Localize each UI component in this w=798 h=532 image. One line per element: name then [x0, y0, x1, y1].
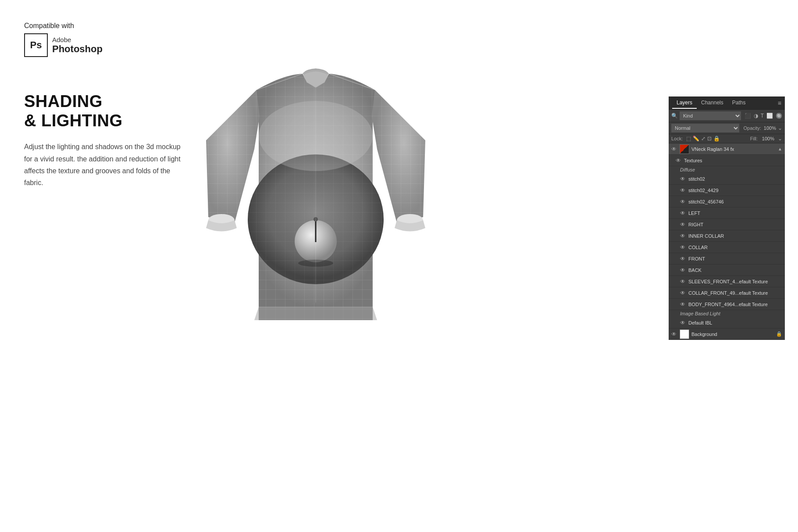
section-label-ibl: Image Based Light	[669, 310, 785, 317]
lock-fill-row: Lock: ⬚ ✏️ ⤢ ⊡ 🔒 Fill: 100% ⌄	[669, 134, 785, 143]
layer-thumbnail	[680, 329, 689, 339]
panel-search-row: 🔍 Kind ⬛ ◑ T ⬜ 🔘	[669, 110, 785, 122]
layer-name: Background	[691, 332, 774, 337]
lock-label: Lock:	[671, 136, 683, 141]
search-icon: 🔍	[671, 113, 678, 119]
eye-icon[interactable]: 👁	[680, 290, 686, 296]
eye-icon[interactable]: 👁	[680, 244, 686, 250]
lock-icons-group: ⬚ ✏️ ⤢ ⊡ 🔒	[686, 136, 720, 142]
lock-lock-icon[interactable]: 🔒	[713, 136, 720, 142]
section-label: Diffuse	[669, 166, 785, 173]
layer-name: stitch02	[688, 176, 782, 182]
opacity-label: Opacity:	[744, 125, 761, 131]
eye-icon[interactable]: 👁	[680, 176, 686, 182]
fill-value: 100%	[762, 136, 774, 141]
layer-item[interactable]: 👁 BACK	[669, 264, 785, 276]
ps-icon: Ps	[24, 33, 48, 57]
layer-name: Default IBL	[688, 320, 782, 325]
collapse-arrow-icon[interactable]: ▲	[778, 146, 782, 151]
opacity-chevron-icon[interactable]: ⌄	[778, 125, 782, 131]
layer-name: BODY_FRONT_4964...efault Texture	[688, 302, 782, 307]
background-lock-icon: 🔒	[776, 331, 782, 337]
lock-position-icon[interactable]: ✏️	[693, 136, 699, 142]
lock-pixels-icon[interactable]: ⬚	[686, 136, 691, 142]
layer-item-background[interactable]: 👁 Background 🔒	[669, 328, 785, 340]
tab-channels[interactable]: Channels	[697, 97, 728, 109]
filter-pixel-icon[interactable]: ⬛	[745, 113, 751, 119]
tab-layers[interactable]: Layers	[672, 97, 697, 109]
kind-dropdown[interactable]: Kind	[680, 111, 741, 120]
eye-icon[interactable]: 👁	[680, 199, 686, 205]
eye-icon[interactable]: 👁	[680, 210, 686, 216]
layer-item[interactable]: 👁 Textures	[669, 155, 785, 166]
layer-item-inner-collar[interactable]: 👁 INNER COLLAR	[669, 230, 785, 242]
layer-name: Textures	[684, 158, 782, 163]
blend-opacity-row: Normal Opacity: 100% ⌄	[669, 122, 785, 134]
layer-item[interactable]: 👁 FRONT	[669, 253, 785, 264]
layer-thumbnail	[680, 144, 689, 154]
tab-paths[interactable]: Paths	[728, 97, 750, 109]
panel-menu-icon[interactable]: ≡	[778, 100, 781, 107]
layer-name: COLLAR_FRONT_49...efault Texture	[688, 290, 782, 296]
layer-name: stitch02_456746	[688, 199, 782, 204]
layer-item-collar[interactable]: 👁 COLLAR	[669, 242, 785, 253]
layer-item[interactable]: 👁 stitch02_456746	[669, 196, 785, 207]
eye-icon[interactable]: 👁	[680, 320, 686, 326]
eye-icon[interactable]: 👁	[680, 187, 686, 193]
eye-icon[interactable]: 👁	[680, 267, 686, 273]
fill-label: Fill:	[750, 136, 758, 141]
layer-item[interactable]: 👁 BODY_FRONT_4964...efault Texture	[669, 299, 785, 310]
layer-name: RIGHT	[688, 222, 782, 227]
ps-text: Adobe Photoshop	[52, 36, 103, 55]
layer-name: FRONT	[688, 256, 782, 261]
layer-name: stitch02_4429	[688, 188, 782, 193]
lock-all-icon[interactable]: ⤢	[701, 136, 705, 142]
panel-filter-icons: ⬛ ◑ T ⬜ 🔘	[745, 113, 782, 119]
layer-item[interactable]: 👁 LEFT	[669, 207, 785, 219]
fill-chevron-icon[interactable]: ⌄	[778, 136, 782, 142]
eye-icon[interactable]: 👁	[680, 278, 686, 285]
filter-smart-icon[interactable]: 🔘	[776, 113, 782, 119]
layer-item[interactable]: 👁 VNeck Raglan 34 fx ▲	[669, 143, 785, 155]
layer-name: COLLAR	[688, 245, 782, 250]
eye-icon[interactable]: 👁	[680, 256, 686, 262]
layer-item[interactable]: 👁 stitch02	[669, 173, 785, 185]
mockup-area	[184, 44, 447, 351]
layer-item[interactable]: 👁 COLLAR_FRONT_49...efault Texture	[669, 287, 785, 299]
eye-icon[interactable]: 👁	[680, 233, 686, 239]
layers-list: 👁 VNeck Raglan 34 fx ▲ 👁 Textures Diffus…	[669, 143, 785, 340]
layer-name: BACK	[688, 268, 782, 273]
eye-icon[interactable]: 👁	[676, 157, 682, 164]
shading-section: SHADING & LIGHTING Adjust the lighting a…	[24, 92, 186, 189]
shirt-3d-model	[189, 48, 443, 346]
filter-adjust-icon[interactable]: ◑	[754, 113, 758, 119]
eye-icon[interactable]: 👁	[671, 146, 677, 152]
layer-name: LEFT	[688, 211, 782, 216]
opacity-value: 100%	[764, 125, 776, 131]
eye-icon[interactable]: 👁	[680, 221, 686, 228]
filter-shape-icon[interactable]: ⬜	[766, 113, 773, 119]
compat-label: Compatible with	[24, 22, 103, 30]
ps-panel: Layers Channels Paths ≡ 🔍 Kind ⬛ ◑ T ⬜ 🔘…	[669, 96, 785, 340]
layer-item[interactable]: 👁 SLEEVES_FRONT_4...efault Texture	[669, 276, 785, 287]
lock-artboard-icon[interactable]: ⊡	[707, 136, 712, 142]
panel-tabs: Layers Channels Paths ≡	[669, 96, 785, 110]
layer-item[interactable]: 👁 stitch02_4429	[669, 185, 785, 196]
layer-name: SLEEVES_FRONT_4...efault Texture	[688, 279, 782, 284]
layer-item[interactable]: 👁 RIGHT	[669, 219, 785, 230]
filter-text-icon[interactable]: T	[761, 113, 764, 119]
compat-section: Compatible with Ps Adobe Photoshop	[24, 22, 103, 57]
eye-icon[interactable]: 👁	[671, 331, 677, 337]
shading-description: Adjust the lighting and shadows on the 3…	[24, 141, 186, 189]
shading-title: SHADING & LIGHTING	[24, 92, 186, 130]
blend-mode-dropdown[interactable]: Normal	[671, 124, 739, 132]
ps-badge: Ps Adobe Photoshop	[24, 33, 103, 57]
layer-name: VNeck Raglan 34 fx	[691, 146, 782, 152]
layer-item-ibl[interactable]: 👁 Default IBL	[669, 317, 785, 328]
layer-name: INNER COLLAR	[688, 233, 782, 239]
eye-icon[interactable]: 👁	[680, 301, 686, 307]
